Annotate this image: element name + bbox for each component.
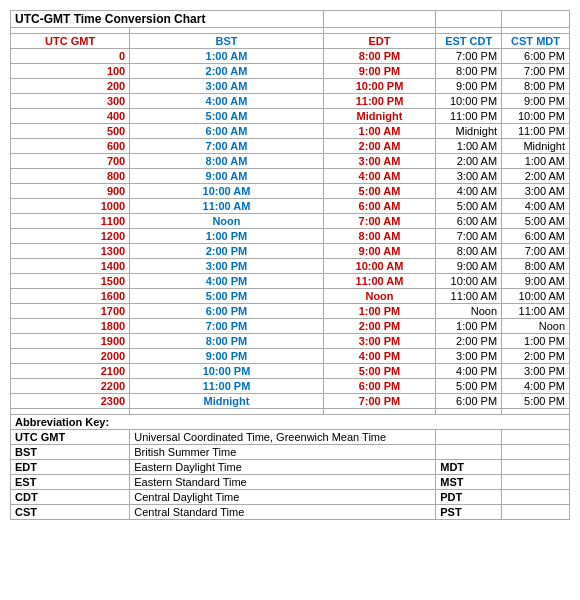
abbr-meaning: Central Standard Time <box>130 505 436 520</box>
estcdt-cell: 3:00 PM <box>436 349 502 364</box>
estcdt-cell: 4:00 AM <box>436 184 502 199</box>
estcdt-cell: Midnight <box>436 124 502 139</box>
utc-cell: 200 <box>11 79 130 94</box>
cstmdt-cell: 7:00 PM <box>502 64 570 79</box>
utc-cell: 2100 <box>11 364 130 379</box>
cstmdt-cell: 11:00 AM <box>502 304 570 319</box>
utc-cell: 2300 <box>11 394 130 409</box>
table-row: 20009:00 PM4:00 PM3:00 PM2:00 PM <box>11 349 570 364</box>
bst-cell: 4:00 AM <box>130 94 324 109</box>
abbr-meaning: Eastern Daylight Time <box>130 460 436 475</box>
utc-cell: 1500 <box>11 274 130 289</box>
estcdt-cell: 10:00 AM <box>436 274 502 289</box>
estcdt-cell: 9:00 PM <box>436 79 502 94</box>
abbr-row: BSTBritish Summer Time <box>11 445 570 460</box>
cstmdt-cell: 1:00 PM <box>502 334 570 349</box>
bst-cell: 7:00 AM <box>130 139 324 154</box>
cstmdt-cell: 4:00 AM <box>502 199 570 214</box>
estcdt-cell: 8:00 PM <box>436 64 502 79</box>
cstmdt-cell: 8:00 PM <box>502 79 570 94</box>
bst-cell: 8:00 PM <box>130 334 324 349</box>
abbr-abbreviation2: PST <box>436 505 502 520</box>
utc-cell: 400 <box>11 109 130 124</box>
bst-cell: 11:00 PM <box>130 379 324 394</box>
utc-cell: 0 <box>11 49 130 64</box>
edt-cell: 10:00 AM <box>323 259 436 274</box>
column-headers: UTC GMT BST EDT EST CDT CST MDT <box>11 34 570 49</box>
utc-cell: 700 <box>11 154 130 169</box>
bst-cell: Noon <box>130 214 324 229</box>
estcdt-cell: 2:00 AM <box>436 154 502 169</box>
edt-cell: 5:00 PM <box>323 364 436 379</box>
abbr-rows-container: UTC GMTUniversal Coordinated Time, Green… <box>11 430 570 520</box>
abbr-abbreviation: CST <box>11 505 130 520</box>
conversion-table: UTC-GMT Time Conversion Chart UTC GMT BS… <box>10 10 570 520</box>
utc-cell: 100 <box>11 64 130 79</box>
utc-cell: 2200 <box>11 379 130 394</box>
cstmdt-cell: 8:00 AM <box>502 259 570 274</box>
abbr-row: CSTCentral Standard TimePST <box>11 505 570 520</box>
cstmdt-cell: 3:00 AM <box>502 184 570 199</box>
bst-cell: 3:00 PM <box>130 259 324 274</box>
bst-cell: 9:00 PM <box>130 349 324 364</box>
estcdt-cell: 8:00 AM <box>436 244 502 259</box>
abbr-abbreviation2: PDT <box>436 490 502 505</box>
header-bst: BST <box>130 34 324 49</box>
table-row: 7008:00 AM3:00 AM2:00 AM1:00 AM <box>11 154 570 169</box>
estcdt-cell: 5:00 PM <box>436 379 502 394</box>
estcdt-cell: 11:00 PM <box>436 109 502 124</box>
edt-cell: 3:00 AM <box>323 154 436 169</box>
estcdt-cell: 4:00 PM <box>436 364 502 379</box>
edt-cell: 11:00 PM <box>323 94 436 109</box>
cstmdt-cell: 7:00 AM <box>502 244 570 259</box>
utc-cell: 1100 <box>11 214 130 229</box>
abbr-abbreviation2 <box>436 445 502 460</box>
bst-cell: 1:00 PM <box>130 229 324 244</box>
edt-cell: Noon <box>323 289 436 304</box>
cstmdt-cell: 6:00 AM <box>502 229 570 244</box>
edt-cell: 8:00 AM <box>323 229 436 244</box>
bst-cell: 7:00 PM <box>130 319 324 334</box>
utc-cell: 1600 <box>11 289 130 304</box>
abbr-row: EDTEastern Daylight TimeMDT <box>11 460 570 475</box>
bst-cell: 5:00 AM <box>130 109 324 124</box>
edt-cell: Midnight <box>323 109 436 124</box>
abbr-meaning2 <box>502 475 570 490</box>
abbr-row: ESTEastern Standard TimeMST <box>11 475 570 490</box>
bst-cell: 10:00 AM <box>130 184 324 199</box>
edt-cell: 6:00 PM <box>323 379 436 394</box>
table-row: 14003:00 PM10:00 AM9:00 AM8:00 AM <box>11 259 570 274</box>
edt-cell: 9:00 PM <box>323 64 436 79</box>
utc-cell: 500 <box>11 124 130 139</box>
utc-cell: 1800 <box>11 319 130 334</box>
cstmdt-cell: 2:00 AM <box>502 169 570 184</box>
edt-cell: 3:00 PM <box>323 334 436 349</box>
estcdt-cell: 2:00 PM <box>436 334 502 349</box>
abbr-meaning2 <box>502 460 570 475</box>
bst-cell: Midnight <box>130 394 324 409</box>
header-utcgmt: UTC GMT <box>11 34 130 49</box>
estcdt-cell: 5:00 AM <box>436 199 502 214</box>
edt-cell: 1:00 AM <box>323 124 436 139</box>
page-container: UTC-GMT Time Conversion Chart UTC GMT BS… <box>0 0 580 530</box>
utc-cell: 1700 <box>11 304 130 319</box>
estcdt-cell: 7:00 AM <box>436 229 502 244</box>
abbr-title-row: Abbreviation Key: <box>11 415 570 430</box>
cstmdt-cell: 10:00 PM <box>502 109 570 124</box>
estcdt-cell: 3:00 AM <box>436 169 502 184</box>
cstmdt-cell: 11:00 PM <box>502 124 570 139</box>
cstmdt-cell: 9:00 PM <box>502 94 570 109</box>
edt-cell: 1:00 PM <box>323 304 436 319</box>
table-row: 2300Midnight7:00 PM6:00 PM5:00 PM <box>11 394 570 409</box>
cstmdt-cell: 3:00 PM <box>502 364 570 379</box>
cstmdt-cell: 4:00 PM <box>502 379 570 394</box>
header-cstmdt: CST MDT <box>502 34 570 49</box>
estcdt-cell: 1:00 PM <box>436 319 502 334</box>
bst-cell: 2:00 PM <box>130 244 324 259</box>
abbr-abbreviation: BST <box>11 445 130 460</box>
edt-cell: 5:00 AM <box>323 184 436 199</box>
cstmdt-cell: 1:00 AM <box>502 154 570 169</box>
utc-cell: 800 <box>11 169 130 184</box>
cstmdt-cell: 10:00 AM <box>502 289 570 304</box>
bst-cell: 5:00 PM <box>130 289 324 304</box>
